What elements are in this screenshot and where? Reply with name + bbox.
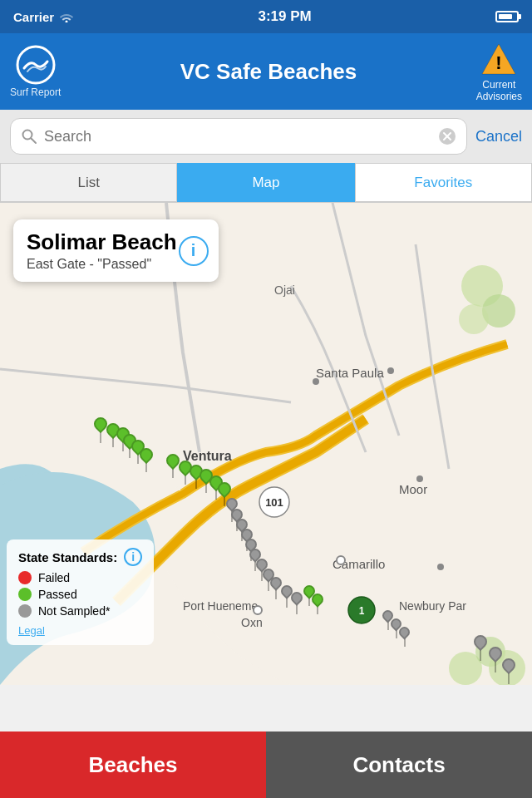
- svg-text:1: 1: [359, 605, 365, 617]
- legend-info-button[interactable]: i: [124, 548, 142, 566]
- svg-text:Moor: Moor: [399, 482, 427, 496]
- svg-point-25: [254, 606, 262, 614]
- beach-popup[interactable]: Solimar Beach East Gate - "Passed" i: [13, 219, 219, 282]
- svg-point-29: [459, 304, 489, 334]
- svg-point-23: [416, 475, 423, 482]
- wifi-icon: [59, 11, 74, 22]
- map-legend: State Standards: i Failed Passed Not Sam…: [7, 539, 154, 645]
- legend-not-sampled: Not Sampled*: [18, 604, 142, 618]
- svg-point-24: [437, 564, 444, 570]
- svg-text:Port Hueneme: Port Hueneme: [183, 599, 258, 613]
- status-time: 3:19 PM: [258, 8, 311, 25]
- status-bar: Carrier 3:19 PM: [0, 0, 532, 33]
- pin-notsampled-14[interactable]: [399, 627, 410, 647]
- svg-point-22: [313, 378, 319, 385]
- contacts-tab[interactable]: Contacts: [266, 732, 532, 798]
- surf-report-button[interactable]: Surf Report: [10, 45, 61, 98]
- not-sampled-dot: [18, 604, 32, 618]
- carrier-label: Carrier: [13, 10, 54, 24]
- search-icon: [21, 128, 37, 145]
- beaches-tab[interactable]: Beaches: [0, 732, 266, 798]
- passed-label: Passed: [38, 588, 77, 601]
- search-bar: Cancel: [0, 110, 532, 163]
- pin-notsampled-11[interactable]: [291, 592, 303, 614]
- svg-point-26: [337, 556, 345, 564]
- popup-info-button[interactable]: i: [179, 236, 209, 266]
- failed-label: Failed: [38, 571, 70, 584]
- advisory-warning-icon: !: [480, 41, 517, 77]
- search-input[interactable]: [44, 128, 431, 145]
- tab-map[interactable]: Map: [177, 163, 354, 202]
- tab-favorites[interactable]: Favorites: [355, 163, 532, 202]
- cancel-button[interactable]: Cancel: [475, 128, 522, 145]
- popup-beach-status: East Gate - "Passed": [27, 257, 177, 272]
- svg-text:Santa Paula: Santa Paula: [316, 366, 384, 380]
- advisories-label: CurrentAdvisories: [476, 79, 522, 103]
- legal-link[interactable]: Legal: [18, 624, 142, 637]
- failed-dot: [18, 571, 32, 584]
- pin-passed-14[interactable]: [312, 594, 323, 614]
- svg-line-4: [32, 139, 37, 144]
- pin-notsampled-16[interactable]: [489, 647, 502, 672]
- pin-notsampled-9[interactable]: [270, 577, 282, 599]
- battery-icon: [495, 11, 519, 22]
- surf-wave-icon: [16, 45, 56, 85]
- tab-bar: List Map Favorites: [0, 163, 532, 203]
- status-right: [495, 11, 519, 22]
- surf-report-label: Surf Report: [10, 86, 61, 98]
- svg-text:101: 101: [265, 496, 283, 509]
- bottom-tab-bar: Beaches Contacts: [0, 732, 532, 798]
- app-title: VC Safe Beaches: [180, 59, 357, 85]
- map-view[interactable]: 101 1 Ventura Santa Paula Moor Camarillo…: [0, 203, 532, 685]
- legend-passed: Passed: [18, 588, 142, 601]
- advisories-button[interactable]: ! CurrentAdvisories: [476, 41, 522, 103]
- pin-passed-6[interactable]: [140, 448, 153, 472]
- legend-failed: Failed: [18, 571, 142, 584]
- popup-beach-name: Solimar Beach: [27, 229, 177, 255]
- legend-title: State Standards: i: [18, 548, 142, 566]
- status-left: Carrier: [13, 10, 74, 24]
- not-sampled-label: Not Sampled*: [38, 604, 110, 618]
- svg-point-21: [387, 367, 394, 374]
- svg-text:!: !: [496, 52, 502, 73]
- tab-list[interactable]: List: [0, 163, 177, 202]
- search-input-wrap: [10, 118, 467, 155]
- pin-notsampled-17[interactable]: [502, 658, 515, 684]
- pin-notsampled-15[interactable]: [474, 635, 487, 661]
- passed-dot: [18, 588, 32, 601]
- clear-search-icon[interactable]: [438, 127, 456, 145]
- svg-text:Oxn: Oxn: [241, 616, 263, 629]
- nav-bar: Surf Report VC Safe Beaches ! CurrentAdv…: [0, 33, 532, 110]
- svg-text:Newbury Par: Newbury Par: [399, 599, 466, 613]
- svg-text:Ojai: Ojai: [274, 283, 295, 297]
